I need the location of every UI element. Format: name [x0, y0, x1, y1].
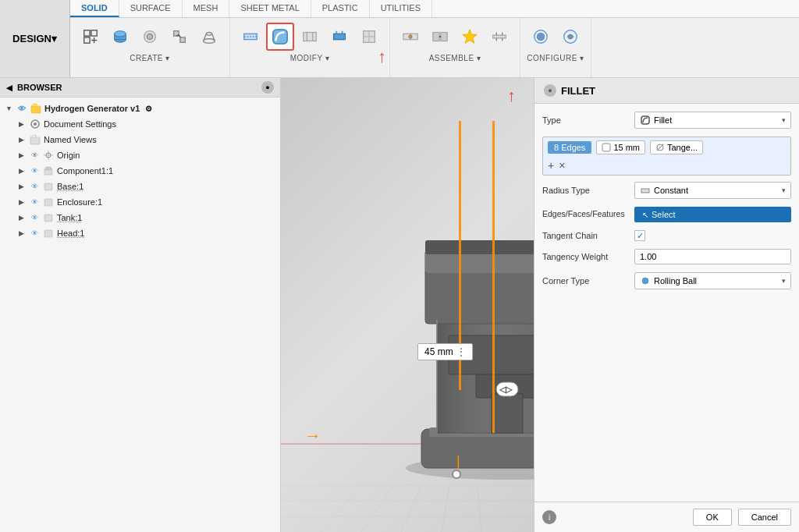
- loft-button[interactable]: [195, 23, 223, 51]
- sheet-metal-4[interactable]: [325, 23, 353, 51]
- type-row: Type Fillet ▾: [542, 112, 791, 129]
- remove-edge-button[interactable]: ×: [559, 159, 565, 172]
- assemble-section: ASSEMBLE ▾: [390, 18, 520, 77]
- expand-icon[interactable]: ▶: [16, 167, 27, 175]
- expand-icon[interactable]: ▶: [16, 229, 27, 237]
- body-icon: [42, 180, 55, 193]
- sheet-metal-1[interactable]: [236, 23, 265, 51]
- eye-icon-origin[interactable]: 👁: [29, 151, 40, 159]
- svg-rect-59: [425, 240, 534, 254]
- select-button[interactable]: ↖ Select: [634, 207, 791, 222]
- eye-icon-component[interactable]: 👁: [29, 167, 40, 175]
- radius-type-select[interactable]: Constant ▾: [634, 182, 791, 199]
- dimension-menu-dots[interactable]: ⋮: [456, 346, 466, 357]
- body-icon: [42, 211, 55, 224]
- new-component-button[interactable]: [76, 23, 105, 51]
- corner-type-value: Rolling Ball: [654, 276, 697, 286]
- svg-rect-40: [44, 199, 52, 206]
- svg-rect-11: [180, 37, 185, 42]
- eye-icon-enclosure[interactable]: 👁: [29, 198, 40, 206]
- tangency-weight-input[interactable]: 1.00: [634, 249, 791, 264]
- tangent-chain-checkbox[interactable]: ✓: [634, 230, 645, 241]
- head-label: Head:1: [57, 229, 84, 238]
- edges-faces-features-row: Edges/Faces/Features ↖ Select: [542, 207, 791, 222]
- panel-close-button[interactable]: ●: [544, 84, 556, 97]
- viewport[interactable]: ↖ ◁▷: [281, 78, 534, 532]
- corner-type-row: Corner Type Rolling Ball ▾: [542, 272, 791, 289]
- design-button[interactable]: DESIGN ▾: [0, 0, 70, 77]
- joint2-button[interactable]: [426, 23, 454, 51]
- extrude-button[interactable]: [106, 23, 134, 51]
- toolbar: DESIGN ▾ SOLID SURFACE MESH SHEET METAL …: [0, 0, 799, 78]
- type-select[interactable]: Fillet ▾: [634, 112, 791, 129]
- constant-icon: [640, 185, 651, 196]
- configure1-button[interactable]: [527, 23, 555, 51]
- cancel-button[interactable]: Cancel: [738, 509, 791, 526]
- fillet-panel-body: Type Fillet ▾ 8 Edges: [534, 104, 799, 502]
- svg-point-32: [34, 122, 37, 126]
- revolve-button[interactable]: [136, 23, 164, 51]
- expand-icon[interactable]: ▶: [16, 151, 27, 159]
- tangent-chain-checkbox-row: ✓: [634, 230, 791, 241]
- assemble3-button[interactable]: [485, 23, 513, 51]
- corner-type-select[interactable]: Rolling Ball ▾: [634, 272, 791, 289]
- expand-icon[interactable]: ▶: [16, 198, 27, 206]
- tree-item-base[interactable]: ▶ 👁 Base:1: [0, 179, 280, 194]
- type-control: Fillet ▾: [634, 112, 791, 129]
- svg-line-48: [401, 485, 421, 532]
- edges-tangent-tag[interactable]: Tange...: [650, 140, 703, 154]
- tab-solid[interactable]: SOLID: [70, 0, 119, 17]
- sheet-metal-icons: [236, 23, 383, 51]
- tree-item-head[interactable]: ▶ 👁 Head:1: [0, 225, 280, 241]
- tangent-chain-control: ✓: [634, 230, 791, 241]
- expand-icon[interactable]: ▶: [16, 120, 27, 128]
- tab-sheet-metal[interactable]: SHEET METAL: [229, 0, 311, 17]
- expand-icon[interactable]: ▶: [16, 136, 27, 144]
- edges-mm-input[interactable]: 15 mm: [596, 140, 645, 154]
- tab-plastic[interactable]: PLASTIC: [311, 0, 370, 17]
- sweep-button[interactable]: [165, 23, 194, 51]
- eye-icon[interactable]: 👁: [16, 105, 27, 113]
- eye-icon-head[interactable]: 👁: [29, 229, 40, 237]
- browser-toggle[interactable]: ◀: [6, 83, 12, 92]
- fillet-button-highlighted[interactable]: [266, 23, 294, 51]
- star-button[interactable]: [456, 23, 484, 51]
- sheet-metal-3[interactable]: [296, 23, 324, 51]
- root-settings-icon: ⚙: [145, 105, 152, 113]
- edges-faces-features-control: ↖ Select: [634, 207, 791, 222]
- edges-count-tag: 8 Edges: [548, 141, 591, 154]
- tab-mesh[interactable]: MESH: [183, 0, 230, 17]
- tab-surface[interactable]: SURFACE: [119, 0, 183, 17]
- add-edge-button[interactable]: +: [548, 159, 554, 172]
- info-button[interactable]: i: [542, 510, 556, 524]
- eye-icon-base[interactable]: 👁: [29, 183, 40, 190]
- tree-item-origin[interactable]: ▶ 👁 Origin: [0, 147, 280, 163]
- configure2-button[interactable]: [556, 23, 584, 51]
- svg-point-73: [642, 278, 648, 284]
- radius-type-row: Radius Type Constant ▾: [542, 182, 791, 199]
- svg-rect-0: [84, 30, 90, 36]
- modify-label: MODIFY ▾: [290, 54, 329, 62]
- browser-close-button[interactable]: ●: [261, 81, 274, 94]
- tree-expand-icon[interactable]: ▾: [3, 105, 14, 112]
- dimension-value: 45 mm: [424, 346, 453, 357]
- tab-utilities[interactable]: UTILITIES: [370, 0, 432, 17]
- tree-item-root[interactable]: ▾ 👁 Hydrogen Generator v1 ⚙: [0, 101, 280, 116]
- joint-button[interactable]: [396, 23, 424, 51]
- expand-icon[interactable]: ▶: [16, 183, 27, 190]
- ok-button[interactable]: OK: [693, 509, 732, 526]
- 3d-canvas[interactable]: ↖ ◁▷: [281, 78, 534, 532]
- tangency-weight-label: Tangency Weight: [542, 252, 628, 261]
- doc-settings-label: Document Settings: [44, 119, 116, 129]
- eye-icon-tank[interactable]: 👁: [29, 214, 40, 222]
- expand-icon[interactable]: ▶: [16, 214, 27, 222]
- base-label: Base:1: [57, 182, 83, 191]
- tree-item-tank[interactable]: ▶ 👁 Tank:1: [0, 210, 280, 225]
- tree-item-named-views[interactable]: ▶ Named Views: [0, 132, 280, 147]
- tree-item-enclosure[interactable]: ▶ 👁 Enclosure:1: [0, 194, 280, 210]
- type-dropdown-icon: ▾: [782, 116, 786, 124]
- tree-item-component[interactable]: ▶ 👁 Component1:1: [0, 163, 280, 179]
- tree-item-doc-settings[interactable]: ▶ Document Settings: [0, 116, 280, 132]
- browser-header: ◀ BROWSER ●: [0, 78, 280, 98]
- main-area: ◀ BROWSER ● ▾ 👁 Hydrogen Generator v1 ⚙ …: [0, 78, 799, 532]
